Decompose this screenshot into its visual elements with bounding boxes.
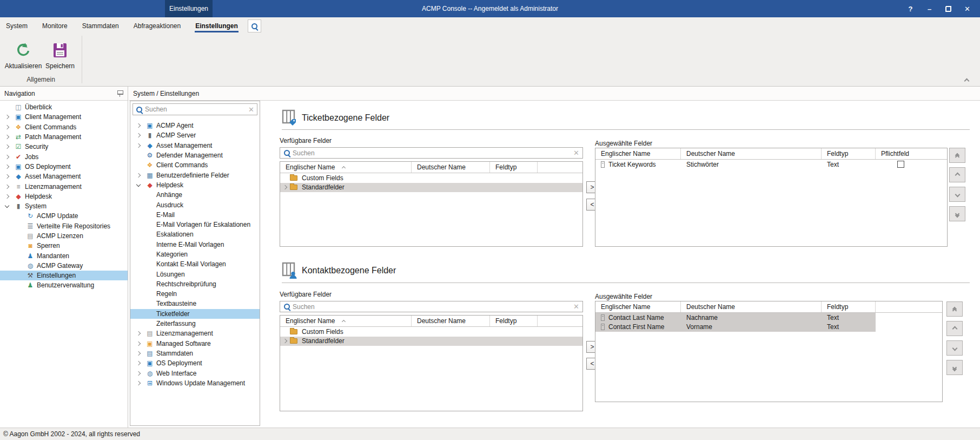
available-search-box[interactable]: Suchen ✕ — [280, 301, 583, 312]
settings-item-web-interface[interactable]: ◍Web Interface — [130, 368, 260, 378]
field-row-contact-first-name[interactable]: Contact First NameVornameText — [595, 323, 942, 332]
column-header-feldtyp[interactable]: Feldtyp — [490, 162, 538, 173]
settings-item-benutzerdefinierte-felder[interactable]: ▦Benutzerdefinierte Felder — [130, 170, 260, 180]
settings-item-regeln[interactable]: Regeln — [130, 289, 260, 299]
settings-item-os-deployment[interactable]: ▣OS Deployment — [130, 358, 260, 368]
clear-search-icon[interactable]: ✕ — [573, 303, 579, 311]
column-header-englischer-name[interactable]: Englischer Name — [280, 162, 412, 173]
nav-item-verteilte-file-repositories[interactable]: ☰Verteilte File Repositories — [0, 221, 128, 231]
expander-icon[interactable] — [136, 330, 144, 337]
settings-item-kontakt-e-mail-vorlagen[interactable]: Kontakt E-Mail Vorlagen — [130, 259, 260, 269]
expander-icon[interactable] — [136, 350, 144, 357]
expander-icon[interactable] — [136, 132, 144, 139]
settings-item-textbausteine[interactable]: Textbausteine — [130, 299, 260, 308]
folder-row-standardfelder[interactable]: Standardfelder — [280, 183, 582, 193]
settings-item-interne-e-mail-vorlagen[interactable]: Interne E-Mail Vorlagen — [130, 240, 260, 249]
expander-icon[interactable] — [136, 370, 144, 377]
nav-item-acmp-update[interactable]: ↻ACMP Update — [0, 211, 128, 221]
move-top-button[interactable] — [949, 148, 965, 163]
settings-item-client-commands[interactable]: ❖Client Commands — [130, 160, 260, 170]
close-button[interactable]: ✕ — [958, 0, 977, 17]
column-header-deutscher-name[interactable]: Deutscher Name — [412, 316, 490, 326]
column-header-englischer-name[interactable]: Englischer Name — [595, 148, 681, 159]
menu-item-system[interactable]: System — [5, 18, 28, 34]
nav-item-asset-management[interactable]: ◆Asset Management — [0, 172, 128, 181]
nav-item-system[interactable]: ▮System — [0, 201, 128, 211]
expander-icon[interactable] — [136, 379, 144, 387]
pin-icon[interactable] — [117, 90, 123, 97]
minimize-button[interactable]: – — [920, 0, 939, 17]
settings-item-eskalationen[interactable]: Eskalationen — [130, 229, 260, 239]
ribbon-search-button[interactable] — [248, 19, 261, 32]
settings-item-defender-management[interactable]: ⚙Defender Management — [130, 150, 260, 160]
settings-item-anh-nge[interactable]: Anhänge — [130, 190, 260, 200]
refresh-button[interactable]: Aktualisieren — [5, 37, 41, 77]
settings-item-acmp-server[interactable]: ▮ACMP Server — [130, 130, 260, 140]
settings-item-kategorien[interactable]: Kategorien — [130, 249, 260, 259]
settings-item-asset-management[interactable]: ◆Asset Management — [130, 141, 260, 150]
clear-search-icon[interactable]: ✕ — [248, 106, 254, 114]
nav-item-client-commands[interactable]: ❖Client Commands — [0, 122, 128, 132]
settings-item-e-mail-vorlagen-f-r-eskalationen[interactable]: E-Mail Vorlagen für Eskalationen — [130, 220, 260, 229]
menu-item-monitore[interactable]: Monitore — [42, 18, 68, 34]
expander-icon[interactable] — [136, 181, 144, 189]
nav-item-security[interactable]: ☑Security — [0, 142, 128, 152]
nav-item-einstellungen[interactable]: ⚒Einstellungen — [0, 271, 128, 280]
expander-icon[interactable] — [4, 193, 13, 200]
nav-item-berblick[interactable]: ◫Überblick — [0, 102, 128, 112]
expander-icon[interactable] — [4, 113, 13, 121]
column-header-englischer-name[interactable]: Englischer Name — [595, 301, 681, 312]
expander-icon[interactable] — [136, 359, 144, 367]
expander-icon[interactable] — [136, 142, 144, 149]
column-header-deutscher-name[interactable]: Deutscher Name — [412, 162, 490, 173]
expander-icon[interactable] — [4, 123, 13, 131]
move-bottom-button[interactable] — [949, 206, 965, 221]
folder-row-standardfelder[interactable]: Standardfelder — [280, 337, 582, 346]
folder-row-custom-fields[interactable]: Custom Fields — [280, 173, 582, 183]
move-up-button[interactable] — [949, 167, 965, 182]
expander-icon[interactable] — [4, 183, 13, 191]
settings-search-box[interactable]: Suchen ✕ — [133, 103, 257, 115]
nav-item-jobs[interactable]: ✔Jobs — [0, 152, 128, 161]
move-top-button[interactable] — [946, 301, 963, 317]
clear-search-icon[interactable]: ✕ — [573, 149, 579, 157]
ribbon-collapse-button[interactable] — [965, 77, 971, 82]
column-header-englischer-name[interactable]: Englischer Name — [280, 316, 412, 326]
move-up-button[interactable] — [946, 321, 963, 336]
settings-item-l-sungen[interactable]: Lösungen — [130, 269, 260, 279]
expander-icon[interactable] — [4, 173, 13, 180]
help-button[interactable]: ? — [901, 0, 920, 17]
available-search-box[interactable]: Suchen ✕ — [280, 147, 583, 159]
settings-item-ticketfelder[interactable]: Ticketfelder — [130, 309, 260, 319]
nav-item-patch-management[interactable]: ⇄Patch Management — [0, 132, 128, 142]
settings-item-acmp-agent[interactable]: ▣ACMP Agent — [130, 121, 260, 130]
nav-item-client-management[interactable]: ▣Client Management — [0, 112, 128, 122]
expander-icon[interactable] — [282, 337, 290, 345]
expander-icon[interactable] — [4, 133, 13, 141]
restore-button[interactable] — [939, 0, 958, 17]
column-header-deutscher-name[interactable]: Deutscher Name — [681, 148, 822, 159]
expander-icon[interactable] — [4, 163, 13, 170]
settings-item-ausdruck[interactable]: Ausdruck — [130, 200, 260, 209]
expander-icon[interactable] — [282, 183, 290, 191]
nav-item-sperren[interactable]: ◙Sperren — [0, 241, 128, 251]
settings-item-rechtschreibpr-fung[interactable]: Rechtschreibprüfung — [130, 279, 260, 289]
column-header-feldtyp[interactable]: Feldtyp — [822, 301, 876, 312]
settings-item-e-mail[interactable]: E-Mail — [130, 210, 260, 220]
menu-item-einstellungen[interactable]: Einstellungen — [195, 18, 239, 34]
menu-item-abfrageaktionen[interactable]: Abfrageaktionen — [133, 18, 181, 34]
column-header-pflichtfeld[interactable]: Pflichtfeld — [876, 148, 947, 159]
field-row-ticket-keywords[interactable]: Ticket KeywordsStichwörterText — [595, 160, 947, 169]
column-header-feldtyp[interactable]: Feldtyp — [490, 316, 538, 326]
required-checkbox[interactable] — [897, 161, 904, 168]
settings-item-helpdesk[interactable]: ◆Helpdesk — [130, 180, 260, 190]
expander-icon[interactable] — [136, 172, 144, 179]
expander-icon[interactable] — [136, 122, 144, 129]
field-row-contact-last-name[interactable]: Contact Last NameNachnameText — [595, 313, 942, 323]
nav-item-helpdesk[interactable]: ◆Helpdesk — [0, 192, 128, 201]
settings-item-stammdaten[interactable]: ▤Stammdaten — [130, 349, 260, 358]
move-bottom-button[interactable] — [946, 360, 963, 375]
column-header-deutscher-name[interactable]: Deutscher Name — [681, 301, 822, 312]
nav-item-lizenzmanagement[interactable]: ≡Lizenzmanagement — [0, 181, 128, 191]
nav-item-mandanten[interactable]: ♟Mandanten — [0, 251, 128, 260]
